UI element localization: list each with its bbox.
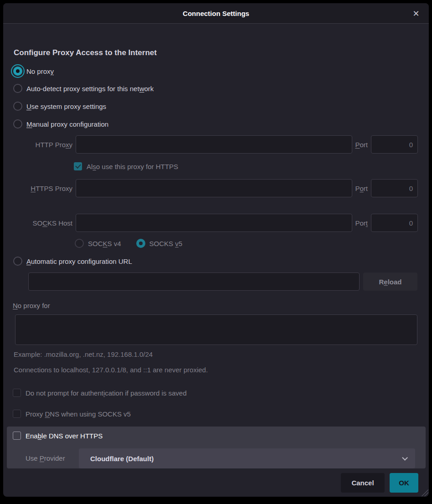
enable-doh-label[interactable]: Enable DNS over HTTPS: [26, 432, 103, 440]
ok-button[interactable]: OK: [390, 473, 418, 493]
provider-select[interactable]: Cloudflare (Default): [79, 448, 415, 468]
no-proxy-radio[interactable]: [13, 67, 22, 76]
use-provider-label: Use Provider: [26, 454, 65, 462]
connection-settings-dialog: Connection Settings ✕ Configure Proxy Ac…: [3, 3, 429, 497]
socks-v5-label[interactable]: SOCKS v5: [149, 240, 183, 247]
manual-proxy-radio[interactable]: [13, 119, 22, 129]
use-system-radio[interactable]: [13, 102, 22, 111]
auto-url-label[interactable]: Automatic proxy configuration URL: [26, 257, 132, 265]
resize-grip[interactable]: [421, 489, 428, 496]
no-auth-prompt-label[interactable]: Do not prompt for authentication if pass…: [26, 389, 187, 397]
no-auth-prompt-checkbox[interactable]: [13, 389, 21, 397]
reload-label: Reload: [379, 278, 401, 286]
dialog-title: Connection Settings: [3, 3, 429, 24]
use-system-label[interactable]: Use system proxy settings: [26, 103, 106, 110]
enable-doh-checkbox[interactable]: [13, 432, 21, 440]
radio-row-manual: Manual proxy configuration: [13, 119, 108, 129]
proxy-dns-checkbox[interactable]: [13, 410, 21, 418]
https-port-label: Port: [355, 185, 368, 192]
close-icon: ✕: [412, 9, 419, 19]
socks-host-label: SOCKS Host: [3, 219, 72, 227]
enable-doh-row: Enable DNS over HTTPS: [13, 431, 103, 440]
no-proxy-label[interactable]: No proxy: [26, 67, 54, 75]
socks-v5-radio[interactable]: [136, 239, 145, 248]
cancel-button[interactable]: Cancel: [341, 473, 385, 493]
http-proxy-label: HTTP Proxy: [3, 141, 72, 149]
radio-row-no-proxy: No proxy: [13, 67, 54, 76]
proxy-dns-label[interactable]: Proxy DNS when using SOCKS v5: [26, 410, 131, 418]
socks-version-row: SOCKS v4 SOCKS v5: [75, 239, 182, 248]
socks-port-label: Port: [355, 219, 368, 227]
chevron-down-icon: [402, 455, 408, 461]
also-https-row: Also use this proxy for HTTPS: [74, 162, 178, 170]
socks-port-input[interactable]: [371, 214, 418, 232]
provider-select-value: Cloudflare (Default): [90, 455, 402, 463]
no-proxy-for-textarea[interactable]: [15, 314, 417, 345]
also-https-checkbox[interactable]: [74, 162, 82, 170]
https-proxy-row: HTTPS Proxy Port: [3, 179, 418, 197]
no-proxy-example-text: Example: .mozilla.org, .net.nz, 192.168.…: [14, 350, 153, 358]
radio-row-auto-url: Automatic proxy configuration URL: [13, 257, 132, 266]
close-button[interactable]: ✕: [410, 3, 422, 24]
radio-row-auto-detect: Auto-detect proxy settings for this netw…: [13, 84, 154, 93]
auto-url-input[interactable]: [28, 273, 360, 291]
socks-host-row: SOCKS Host Port: [3, 214, 418, 232]
http-proxy-row: HTTP Proxy Port: [3, 135, 418, 154]
no-auth-prompt-row: Do not prompt for authentication if pass…: [13, 389, 187, 397]
socks-v4-radio[interactable]: [75, 239, 84, 248]
dialog-titlebar: Connection Settings ✕: [3, 3, 429, 24]
http-proxy-input[interactable]: [76, 135, 352, 154]
http-port-label: Port: [355, 141, 368, 149]
https-proxy-label: HTTPS Proxy: [3, 185, 72, 192]
dns-over-https-section: Enable DNS over HTTPS Use Provider Cloud…: [7, 427, 426, 468]
radio-row-use-system: Use system proxy settings: [13, 102, 106, 111]
also-https-label[interactable]: Also use this proxy for HTTPS: [87, 163, 178, 170]
manual-proxy-label[interactable]: Manual proxy configuration: [26, 120, 108, 128]
https-port-input[interactable]: [371, 179, 418, 197]
reload-button[interactable]: Reload: [363, 273, 417, 291]
socks-host-input[interactable]: [76, 214, 352, 232]
proxy-dns-row: Proxy DNS when using SOCKS v5: [13, 410, 131, 418]
proxy-config-heading: Configure Proxy Access to the Internet: [14, 48, 157, 57]
socks-v4-label[interactable]: SOCKS v4: [88, 240, 121, 247]
no-proxy-for-label: No proxy for: [13, 302, 50, 309]
localhost-note-text: Connections to localhost, 127.0.0.1/8, a…: [14, 366, 208, 374]
https-proxy-input[interactable]: [76, 179, 352, 197]
http-port-input[interactable]: [371, 135, 418, 154]
auto-url-radio[interactable]: [13, 257, 22, 266]
auto-detect-label[interactable]: Auto-detect proxy settings for this netw…: [26, 85, 154, 93]
auto-detect-radio[interactable]: [13, 84, 22, 93]
